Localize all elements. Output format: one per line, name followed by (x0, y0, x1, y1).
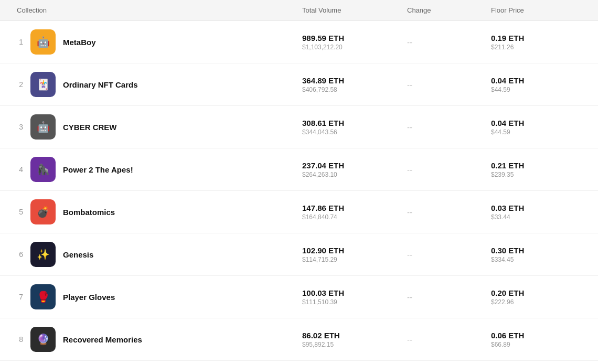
volume-eth: 989.59 ETH (302, 34, 407, 42)
floor-cell: 0.20 ETH $222.96 (491, 288, 585, 306)
table-row[interactable]: 1 🤖 MetaBoy 989.59 ETH $1,103,212.20 -- … (0, 21, 598, 63)
collection-cell: 4 🦍 Power 2 The Apes! (13, 157, 302, 182)
floor-eth: 0.21 ETH (491, 161, 585, 170)
collection-cell: 1 🤖 MetaBoy (13, 29, 302, 55)
collection-name: MetaBoy (63, 38, 96, 47)
rank-number: 7 (13, 293, 23, 301)
volume-eth: 102.90 ETH (302, 246, 407, 255)
table-row[interactable]: 9 🎮 PXL Toys 83.99 ETH $93,636.55 -- 0.0… (0, 361, 598, 364)
table-row[interactable]: 2 🃏 Ordinary NFT Cards 364.89 ETH $406,7… (0, 63, 598, 106)
change-cell: -- (407, 208, 491, 217)
table-body: 1 🤖 MetaBoy 989.59 ETH $1,103,212.20 -- … (0, 21, 598, 364)
volume-usd: $164,840.74 (302, 213, 407, 221)
volume-eth: 237.04 ETH (302, 161, 407, 170)
collection-avatar: 🃏 (30, 72, 56, 97)
floor-eth: 0.03 ETH (491, 204, 585, 212)
floor-cell: 0.21 ETH $239.35 (491, 161, 585, 178)
volume-usd: $1,103,212.20 (302, 44, 407, 51)
header-change: Change (407, 6, 491, 14)
avatar-emoji: 🃏 (37, 78, 50, 91)
collection-avatar: 🦍 (30, 157, 56, 182)
avatar-emoji: 🤖 (37, 36, 50, 48)
collection-avatar: ✨ (30, 242, 56, 267)
collection-name: Power 2 The Apes! (63, 165, 133, 174)
volume-usd: $344,043.56 (302, 129, 407, 136)
volume-cell: 364.89 ETH $406,792.58 (302, 76, 407, 93)
collection-cell: 3 🤖 CYBER CREW (13, 114, 302, 140)
rank-number: 3 (13, 123, 23, 131)
floor-cell: 0.30 ETH $334.45 (491, 246, 585, 263)
collection-name: Bombatomics (63, 208, 115, 217)
table-row[interactable]: 7 🥊 Player Gloves 100.03 ETH $111,510.39… (0, 276, 598, 318)
collection-name: CYBER CREW (63, 123, 117, 132)
rank-number: 2 (13, 80, 23, 89)
volume-cell: 86.02 ETH $95,892.15 (302, 331, 407, 348)
volume-cell: 308.61 ETH $344,043.56 (302, 119, 407, 136)
floor-usd: $334.45 (491, 256, 585, 263)
floor-usd: $211.26 (491, 44, 585, 51)
collection-cell: 8 🔮 Recovered Memories (13, 327, 302, 352)
change-cell: -- (407, 123, 491, 132)
floor-usd: $44.59 (491, 86, 585, 93)
floor-cell: 0.04 ETH $44.59 (491, 119, 585, 136)
volume-eth: 100.03 ETH (302, 288, 407, 297)
change-cell: -- (407, 335, 491, 344)
change-cell: -- (407, 38, 491, 47)
table-row[interactable]: 8 🔮 Recovered Memories 86.02 ETH $95,892… (0, 318, 598, 361)
avatar-emoji: 💣 (37, 206, 50, 218)
avatar-emoji: 🔮 (37, 333, 50, 346)
avatar-emoji: ✨ (37, 248, 50, 261)
nft-rankings-table: Collection Total Volume Change Floor Pri… (0, 0, 598, 364)
volume-eth: 86.02 ETH (302, 331, 407, 340)
floor-eth: 0.20 ETH (491, 288, 585, 297)
volume-cell: 102.90 ETH $114,715.29 (302, 246, 407, 263)
floor-usd: $66.89 (491, 341, 585, 348)
table-row[interactable]: 5 💣 Bombatomics 147.86 ETH $164,840.74 -… (0, 191, 598, 233)
volume-cell: 237.04 ETH $264,263.10 (302, 161, 407, 178)
change-cell: -- (407, 80, 491, 89)
table-row[interactable]: 3 🤖 CYBER CREW 308.61 ETH $344,043.56 --… (0, 106, 598, 148)
floor-cell: 0.06 ETH $66.89 (491, 331, 585, 348)
floor-eth: 0.30 ETH (491, 246, 585, 255)
collection-cell: 7 🥊 Player Gloves (13, 284, 302, 309)
volume-cell: 100.03 ETH $111,510.39 (302, 288, 407, 306)
change-cell: -- (407, 250, 491, 259)
floor-usd: $222.96 (491, 298, 585, 306)
collection-name: Recovered Memories (63, 335, 142, 344)
volume-usd: $95,892.15 (302, 341, 407, 348)
rank-number: 8 (13, 335, 23, 344)
volume-cell: 989.59 ETH $1,103,212.20 (302, 34, 407, 51)
collection-cell: 2 🃏 Ordinary NFT Cards (13, 72, 302, 97)
floor-usd: $44.59 (491, 129, 585, 136)
rank-number: 6 (13, 250, 23, 259)
change-cell: -- (407, 165, 491, 174)
collection-avatar: 🔮 (30, 327, 56, 352)
collection-cell: 5 💣 Bombatomics (13, 199, 302, 224)
floor-cell: 0.03 ETH $33.44 (491, 204, 585, 221)
avatar-emoji: 🤖 (37, 121, 50, 133)
floor-eth: 0.06 ETH (491, 331, 585, 340)
volume-usd: $406,792.58 (302, 86, 407, 93)
volume-usd: $264,263.10 (302, 171, 407, 178)
collection-name: Player Gloves (63, 293, 115, 302)
floor-cell: 0.04 ETH $44.59 (491, 76, 585, 93)
collection-cell: 6 ✨ Genesis (13, 242, 302, 267)
table-header: Collection Total Volume Change Floor Pri… (0, 0, 598, 21)
avatar-emoji: 🦍 (37, 163, 50, 176)
change-cell: -- (407, 293, 491, 302)
volume-usd: $111,510.39 (302, 298, 407, 306)
collection-name: Genesis (63, 250, 93, 259)
table-row[interactable]: 4 🦍 Power 2 The Apes! 237.04 ETH $264,26… (0, 148, 598, 191)
rank-number: 1 (13, 38, 23, 46)
floor-eth: 0.04 ETH (491, 119, 585, 127)
volume-eth: 308.61 ETH (302, 119, 407, 127)
table-row[interactable]: 6 ✨ Genesis 102.90 ETH $114,715.29 -- 0.… (0, 233, 598, 276)
volume-eth: 364.89 ETH (302, 76, 407, 85)
floor-usd: $33.44 (491, 213, 585, 221)
collection-avatar: 🥊 (30, 284, 56, 309)
floor-cell: 0.19 ETH $211.26 (491, 34, 585, 51)
volume-cell: 147.86 ETH $164,840.74 (302, 204, 407, 221)
header-floor: Floor Price (491, 6, 585, 14)
collection-name: Ordinary NFT Cards (63, 80, 138, 89)
volume-usd: $114,715.29 (302, 256, 407, 263)
